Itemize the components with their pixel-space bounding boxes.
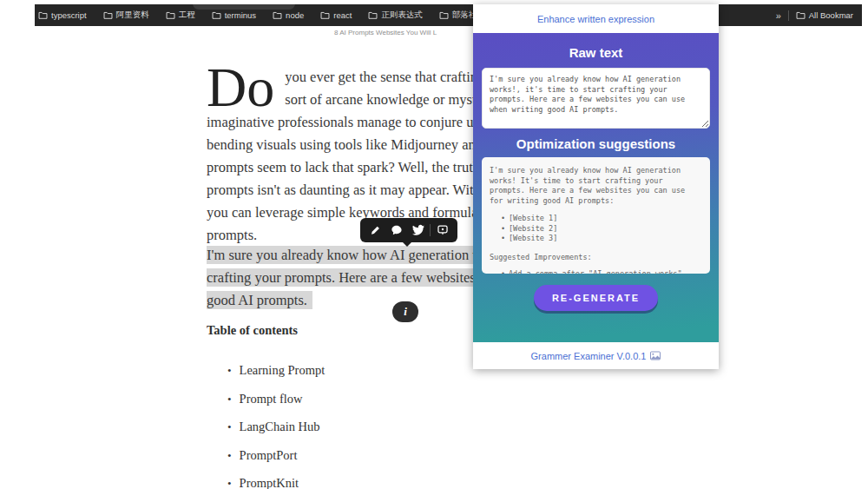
toc-link-prompt-flow[interactable]: •Prompt flow: [227, 392, 325, 420]
bookmark-label: 工程: [179, 10, 195, 21]
bullet: •: [227, 393, 232, 406]
extension-version-label: Grammer Examiner V.0.0.1: [531, 351, 647, 361]
bullet: •: [227, 420, 232, 434]
popup-footer: Grammer Examiner V.0.0.1: [473, 342, 719, 369]
twitter-bird-icon[interactable]: [409, 221, 428, 240]
toc-link-learning-prompt[interactable]: •Learning Prompt: [227, 363, 325, 392]
bookmark-label: terminus: [225, 10, 256, 20]
text-selection-toolbar: [360, 218, 457, 242]
re-generate-button[interactable]: RE-GENERATE: [534, 285, 658, 311]
toc-link-promptknit[interactable]: •PromptKnit: [227, 476, 325, 489]
bookmark-label: node: [286, 10, 304, 20]
grammar-examiner-popup: Enhance written expression Raw text I'm …: [473, 4, 719, 369]
bookmarks-divider: [788, 10, 789, 21]
bullet: •: [227, 477, 232, 489]
highlighted-line: crafting your prompts. Here are a few we…: [207, 267, 498, 289]
extension-info-button[interactable]: i: [392, 301, 418, 322]
raw-text-heading: Raw text: [473, 45, 719, 60]
bookmark-node[interactable]: node: [273, 10, 304, 20]
bookmarks-bar-right: » All Bookmar: [776, 10, 853, 21]
folder-icon: [103, 10, 113, 20]
enhance-expression-link[interactable]: Enhance written expression: [537, 14, 654, 24]
toc-heading: Table of contents: [207, 323, 298, 338]
toolbar-separator: [430, 224, 431, 236]
all-bookmarks-button[interactable]: All Bookmar: [796, 10, 853, 20]
page-title-snippet: 8 AI Prompts Websites You Will L: [334, 29, 437, 36]
bookmark-label: react: [333, 10, 352, 20]
optimization-suggestions-heading: Optimization suggestions: [473, 136, 719, 151]
folder-icon: [439, 10, 449, 20]
folder-icon: [796, 10, 806, 20]
broken-image-icon: [650, 351, 661, 360]
suggestion-intro-text: I'm sure you already know how AI generat…: [490, 166, 702, 206]
private-note-icon[interactable]: [433, 221, 452, 240]
bookmark-terminus[interactable]: terminus: [212, 10, 256, 20]
bookmark-ali-docs[interactable]: 阿里资料: [103, 10, 149, 21]
folder-icon: [38, 10, 48, 20]
toc-link-langchain-hub[interactable]: •LangChain Hub: [227, 420, 325, 448]
selected-paragraph: I'm sure you already know how AI generat…: [207, 244, 498, 312]
bullet: •: [227, 364, 232, 378]
bookmark-label: 正则表达式: [381, 10, 423, 21]
folder-icon: [212, 10, 221, 20]
highlight-pencil-icon[interactable]: [366, 221, 385, 240]
highlighted-line: good AI prompts.: [207, 289, 498, 312]
bookmark-regex[interactable]: 正则表达式: [368, 10, 423, 21]
bookmark-typescript[interactable]: typescript: [38, 10, 87, 20]
bookmark-react[interactable]: react: [320, 10, 352, 20]
folder-icon: [368, 10, 378, 20]
omnibox-bottom-edge: [193, 4, 295, 10]
raw-text-input[interactable]: I'm sure you already know how AI generat…: [482, 68, 710, 129]
suggested-improvements-heading: Suggested Improvements:: [490, 253, 702, 263]
bullet: •: [227, 449, 232, 463]
highlighted-line: I'm sure you already know how AI generat…: [207, 244, 498, 267]
suggestion-website-item: [Website 1]: [490, 214, 702, 224]
suggestion-website-item: [Website 3]: [490, 234, 702, 244]
popup-body: Raw text I'm sure you already know how A…: [473, 33, 719, 342]
popup-header: Enhance written expression: [473, 4, 719, 33]
folder-icon: [320, 10, 330, 20]
suggestion-website-item: [Website 2]: [490, 224, 702, 235]
suggestions-output-box: I'm sure you already know how AI generat…: [482, 157, 710, 274]
bookmark-engineering[interactable]: 工程: [166, 10, 195, 21]
folder-icon: [273, 10, 282, 20]
respond-speech-bubble-icon[interactable]: [387, 221, 406, 240]
table-of-contents: •Learning Prompt •Prompt flow •LangChain…: [227, 363, 325, 489]
bookmarks-overflow-chevron[interactable]: »: [776, 10, 781, 21]
improvement-item: Add a comma after "AI generation works": [490, 269, 702, 274]
bookmark-label: 阿里资料: [116, 10, 149, 21]
bookmark-label: typescript: [51, 10, 87, 20]
all-bookmarks-label: All Bookmar: [809, 10, 853, 20]
bookmarks-bar: typescript 阿里资料 工程 terminus node react 正…: [35, 4, 862, 26]
dropcap: Do: [207, 66, 285, 109]
toc-link-promptport[interactable]: •PromptPort: [227, 448, 325, 477]
folder-icon: [166, 10, 175, 20]
